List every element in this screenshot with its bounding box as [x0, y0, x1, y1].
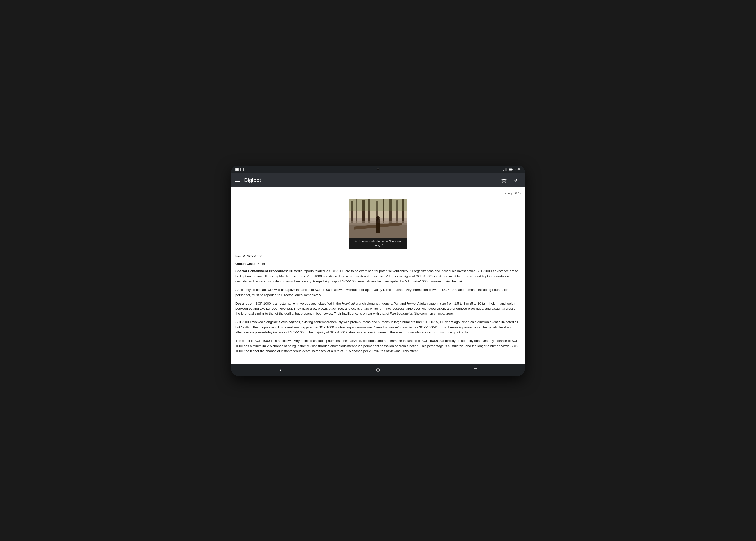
- main-content: rating: +675: [231, 187, 525, 364]
- sim-card-icon: [235, 168, 239, 171]
- svg-rect-8: [509, 169, 512, 170]
- status-time: 4:48: [515, 168, 521, 171]
- svg-point-27: [376, 216, 380, 220]
- item-number-value: SCP-1000: [247, 255, 262, 258]
- svg-rect-9: [512, 169, 513, 170]
- rating-text: rating: +675: [235, 191, 521, 196]
- svg-rect-2: [503, 170, 504, 171]
- bottom-nav: [231, 364, 525, 376]
- description-para: Description: SCP-1000 is a nocturnal, om…: [235, 301, 521, 316]
- item-number-line: Item #: SCP-1000: [235, 254, 521, 259]
- svg-rect-4: [505, 169, 505, 171]
- recents-button[interactable]: [471, 365, 481, 375]
- scp-text2: Absolutely no contact with wild or capti…: [235, 288, 509, 297]
- app-bar-actions: [499, 175, 521, 185]
- para3: The effect of SCP-1000-f1 is as follows:…: [235, 338, 521, 354]
- status-icons-left: A: [235, 168, 244, 171]
- app-bar: Bigfoot: [231, 174, 525, 187]
- svg-rect-1: [236, 169, 238, 170]
- svg-rect-5: [506, 168, 506, 171]
- para3-text: The effect of SCP-1000-f1 is as follows:…: [235, 339, 520, 353]
- svg-marker-10: [502, 178, 506, 182]
- hamburger-menu-button[interactable]: [235, 179, 240, 182]
- hominini-italic: Hominini: [342, 301, 355, 305]
- star-button[interactable]: [499, 175, 509, 185]
- letter-a-icon: A: [240, 168, 244, 171]
- object-class-line: Object Class: Keter: [235, 262, 521, 266]
- scp-label: Special Containment Procedures:: [235, 269, 288, 273]
- pan-troglodytes-italic: Pan troglodytes: [390, 312, 413, 315]
- image-caption: Still from unverified amateur "Patterson…: [349, 238, 407, 249]
- para2: SCP-1000 evolved alongside Homo sapiens,…: [235, 320, 521, 335]
- description-label: Description:: [235, 301, 255, 305]
- item-number-label: Item #:: [235, 255, 246, 258]
- article-image: [349, 199, 407, 238]
- back-button[interactable]: [275, 365, 285, 375]
- homo-italic: Homo: [407, 301, 416, 305]
- battery-icon: [509, 168, 513, 171]
- app-title: Bigfoot: [244, 177, 495, 184]
- svg-rect-6: [506, 168, 507, 171]
- object-class-label: Object Class:: [235, 262, 256, 266]
- signal-icon: [503, 168, 507, 171]
- article-body: Item #: SCP-1000 Object Class: Keter Spe…: [235, 254, 521, 354]
- svg-rect-3: [504, 169, 505, 171]
- status-right: 4:48: [503, 168, 521, 171]
- scp-procedures: Special Containment Procedures: All medi…: [235, 269, 521, 284]
- home-button[interactable]: [373, 365, 383, 375]
- scp-contact: Absolutely no contact with wild or capti…: [235, 287, 521, 298]
- homo-sapiens-italic: Homo sapiens: [279, 320, 300, 324]
- forward-button[interactable]: [511, 175, 521, 185]
- pan-italic: Pan: [394, 301, 400, 305]
- device-frame: A: [231, 166, 525, 376]
- image-container: Still from unverified amateur "Patterson…: [235, 199, 521, 249]
- svg-rect-28: [349, 199, 407, 211]
- object-class-value: Keter: [257, 262, 265, 266]
- camera-dot: [377, 168, 379, 171]
